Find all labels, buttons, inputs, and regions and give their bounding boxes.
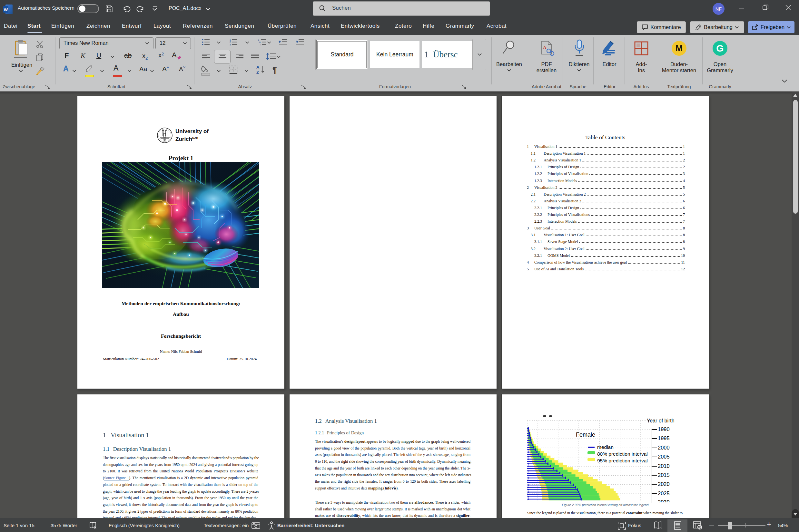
svg-text:3: 3 xyxy=(229,43,231,46)
svg-text:1: 1 xyxy=(258,39,259,41)
svg-text:1: 1 xyxy=(229,39,231,41)
svg-text:2: 2 xyxy=(229,41,231,43)
svg-text:W: W xyxy=(4,7,8,12)
svg-text:a: a xyxy=(259,41,261,43)
svg-text:A: A xyxy=(256,65,260,70)
svg-text:A: A xyxy=(543,45,546,50)
svg-text:i: i xyxy=(261,43,261,46)
svg-text:Z: Z xyxy=(256,70,259,74)
